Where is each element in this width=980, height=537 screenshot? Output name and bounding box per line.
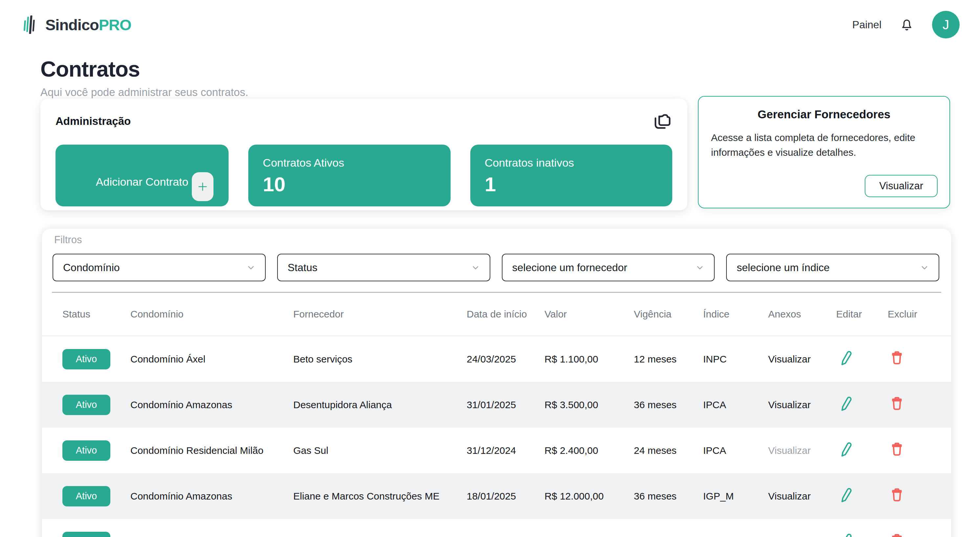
table-row: Ativo Condomínio Residencial Milão Gas S… — [42, 427, 951, 473]
index-filter-dropdown[interactable]: selecione um índice — [726, 254, 939, 281]
table-header-row: Status Condomínio Fornecedor Data de iní… — [42, 293, 951, 336]
manage-suppliers-card: Gerenciar Fornecedores Acesse a lista co… — [698, 96, 950, 208]
cell-index: IGP_M — [703, 491, 768, 502]
bell-icon[interactable] — [899, 17, 914, 32]
pencil-icon — [837, 349, 854, 366]
contracts-panel: Filtros Condomínio Status selecione um f… — [42, 229, 951, 537]
trash-icon — [888, 349, 905, 366]
status-badge: Ativo — [62, 349, 110, 370]
table-row: Ativo Condomínio Amazonas Eliane e Marco… — [42, 519, 951, 537]
cell-term: 36 meses — [634, 491, 703, 502]
avatar-initial: J — [943, 18, 949, 32]
condominium-filter-dropdown[interactable]: Condomínio — [52, 254, 266, 281]
page-heading: Contratos Aqui você pode administrar seu… — [40, 57, 248, 99]
table-row: Ativo Condomínio Amazonas Desentupidora … — [42, 382, 951, 427]
table-row: Ativo Condomínio Amazonas Eliane e Marco… — [42, 473, 951, 519]
attachments-link[interactable]: Visualizar — [768, 491, 836, 502]
trash-icon — [888, 395, 905, 412]
cell-start-date: 31/01/2025 — [467, 399, 544, 411]
administration-title: Administração — [56, 115, 131, 127]
delete-button[interactable] — [888, 532, 906, 537]
edit-button[interactable] — [836, 486, 854, 505]
folder-copy-icon[interactable] — [652, 111, 672, 131]
cell-index: INPC — [703, 354, 768, 365]
condominium-filter-value: Condomínio — [63, 261, 120, 274]
cell-condominium: Condomínio Áxel — [130, 354, 293, 365]
plus-icon — [192, 172, 213, 201]
status-filter-dropdown[interactable]: Status — [277, 254, 490, 281]
trash-icon — [888, 441, 905, 458]
edit-button[interactable] — [836, 395, 854, 413]
page-subtitle: Aqui você pode administrar seus contrato… — [40, 86, 248, 99]
col-index: Índice — [703, 309, 768, 320]
cell-term: 36 meses — [634, 399, 703, 411]
cell-condominium: Condomínio Residencial Milão — [130, 445, 293, 456]
cell-index: IPCA — [703, 445, 768, 456]
brand-bars-icon — [22, 15, 41, 35]
cell-start-date: 18/01/2025 — [467, 491, 544, 502]
supplier-filter-value: selecione um fornecedor — [512, 261, 627, 274]
administration-card: Administração Adicionar Contrato Contrat… — [40, 99, 687, 210]
brand-name-accent: PRO — [99, 16, 131, 33]
col-value: Valor — [544, 309, 634, 320]
pencil-icon — [837, 486, 854, 504]
active-contracts-label: Contratos Ativos — [263, 156, 436, 169]
cell-value: R$ 3.500,00 — [544, 399, 634, 411]
edit-button[interactable] — [836, 349, 854, 368]
col-supplier: Fornecedor — [293, 309, 467, 320]
active-contracts-count: 10 — [263, 174, 436, 194]
status-badge: Ativo — [62, 440, 110, 461]
filters-label: Filtros — [54, 234, 951, 246]
cell-index: IPCA — [703, 399, 768, 411]
chevron-down-icon — [694, 262, 705, 273]
status-badge: Ativo — [62, 486, 110, 507]
cell-supplier: Beto serviços — [293, 354, 467, 365]
cell-supplier: Gas Sul — [293, 445, 467, 456]
chevron-down-icon — [470, 262, 481, 273]
chevron-down-icon — [919, 262, 930, 273]
attachments-link: Visualizar — [768, 445, 836, 456]
table-row: Ativo Condomínio Áxel Beto serviços 24/0… — [42, 336, 951, 382]
index-filter-value: selecione um índice — [737, 261, 830, 274]
edit-button[interactable] — [836, 532, 854, 537]
top-right-nav: Painel J — [852, 11, 959, 38]
page-title: Contratos — [40, 57, 248, 81]
manage-suppliers-title: Gerenciar Fornecedores — [711, 108, 937, 121]
col-attachments: Anexos — [768, 309, 836, 320]
contracts-page: SindicoPRO Painel J Contratos Aqui você … — [0, 0, 980, 537]
cell-condominium: Condomínio Amazonas — [130, 399, 293, 411]
cell-supplier: Eliane e Marcos Construções ME — [293, 491, 467, 502]
col-status: Status — [62, 309, 130, 320]
delete-button[interactable] — [888, 441, 906, 459]
attachments-link[interactable]: Visualizar — [768, 354, 836, 365]
brand-logo: SindicoPRO — [22, 15, 131, 35]
col-condominium: Condomínio — [130, 309, 293, 320]
edit-button[interactable] — [836, 441, 854, 459]
delete-button[interactable] — [888, 395, 906, 413]
active-contracts-tile[interactable]: Contratos Ativos 10 — [248, 145, 450, 206]
avatar[interactable]: J — [932, 11, 959, 38]
trash-icon — [888, 532, 905, 537]
delete-button[interactable] — [888, 349, 906, 368]
add-contract-button[interactable]: Adicionar Contrato — [56, 145, 229, 206]
inactive-contracts-count: 1 — [485, 174, 658, 194]
view-suppliers-button[interactable]: Visualizar — [865, 175, 938, 197]
cell-start-date: 31/12/2024 — [467, 445, 544, 456]
pencil-icon — [837, 395, 854, 412]
manage-suppliers-description: Acesse a lista completa de fornecedores,… — [711, 130, 937, 160]
attachments-link[interactable]: Visualizar — [768, 399, 836, 411]
top-bar: SindicoPRO Painel J — [0, 0, 980, 49]
supplier-filter-dropdown[interactable]: selecione um fornecedor — [502, 254, 715, 281]
cell-value: R$ 2.400,00 — [544, 445, 634, 456]
col-delete: Excluir — [888, 309, 951, 320]
nav-painel-link[interactable]: Painel — [852, 19, 881, 31]
col-edit: Editar — [836, 309, 888, 320]
inactive-contracts-tile[interactable]: Contratos inativos 1 — [470, 145, 672, 206]
chevron-down-icon — [245, 262, 256, 273]
administration-buttons: Adicionar Contrato Contratos Ativos 10 C… — [56, 145, 672, 206]
pencil-icon — [837, 532, 854, 537]
cell-start-date: 24/03/2025 — [467, 354, 544, 365]
inactive-contracts-label: Contratos inativos — [485, 156, 658, 169]
col-term: Vigência — [634, 309, 703, 320]
delete-button[interactable] — [888, 486, 906, 505]
